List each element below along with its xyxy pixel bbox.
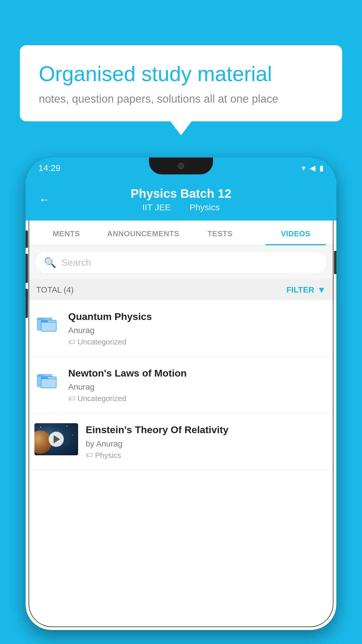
- filter-funnel-icon: ▼: [317, 285, 326, 295]
- video-author: Anurag: [68, 326, 328, 335]
- back-button[interactable]: ←: [38, 192, 51, 206]
- play-triangle-icon: [54, 435, 60, 443]
- video-info: Einstein's Theory Of Relativity by Anura…: [86, 423, 328, 460]
- search-icon: 🔍: [44, 257, 56, 268]
- speech-bubble-section: Organised study material notes, question…: [20, 45, 342, 121]
- list-item[interactable]: Einstein's Theory Of Relativity by Anura…: [26, 413, 336, 470]
- app-header: ← Physics Batch 12 IIT JEE Physics: [26, 178, 336, 220]
- signal-icon: ◀: [310, 164, 315, 173]
- phone-power-button: [334, 251, 336, 274]
- search-placeholder: Search: [61, 257, 91, 268]
- tab-announcements[interactable]: ANNOUNCEMENTS: [104, 220, 182, 245]
- phone-silent-button: [26, 289, 28, 318]
- tag-label: Uncategorized: [78, 394, 126, 403]
- tag-icon: 🏷: [68, 338, 75, 346]
- video-info: Quantum Physics Anurag 🏷 Uncategorized: [68, 310, 328, 346]
- phone-volume-down-button: [26, 254, 28, 283]
- status-bar: 14:29 ▾ ◀ ▮: [26, 158, 336, 178]
- video-title: Einstein's Theory Of Relativity: [86, 423, 328, 436]
- status-icons: ▾ ◀ ▮: [302, 164, 324, 173]
- tab-tests[interactable]: TESTS: [182, 220, 258, 245]
- total-count: TOTAL (4): [36, 285, 74, 295]
- tab-videos[interactable]: VIDEOS: [258, 220, 333, 245]
- tag-label: Uncategorized: [78, 337, 126, 346]
- header-subtitle-part2: Physics: [189, 202, 219, 212]
- tag-icon: 🏷: [68, 395, 75, 403]
- battery-icon: ▮: [319, 164, 324, 173]
- list-item[interactable]: Quantum Physics Anurag 🏷 Uncategorized: [26, 300, 336, 357]
- bubble-title: Organised study material: [39, 61, 323, 86]
- header-subtitle: IIT JEE Physics: [138, 202, 224, 212]
- search-bar[interactable]: 🔍 Search: [34, 251, 328, 274]
- video-tag: 🏷 Uncategorized: [68, 394, 328, 403]
- video-title: Quantum Physics: [68, 310, 328, 323]
- wifi-icon: ▾: [302, 164, 305, 173]
- filter-bar: TOTAL (4) FILTER ▼: [26, 280, 336, 300]
- bubble-subtitle: notes, question papers, solutions all at…: [39, 93, 323, 105]
- filter-label: FILTER: [286, 285, 314, 295]
- video-tag: 🏷 Physics: [86, 451, 328, 460]
- folder-icon: [34, 367, 61, 393]
- tag-icon: 🏷: [86, 451, 93, 459]
- phone-notch: [149, 158, 213, 174]
- header-subtitle-part1: IIT JEE: [142, 202, 171, 212]
- status-time: 14:29: [38, 163, 60, 173]
- play-button[interactable]: [49, 432, 64, 447]
- star: [66, 426, 67, 426]
- video-thumbnail: [34, 423, 78, 455]
- phone-frame: 14:29 ▾ ◀ ▮ ← Physics Batch 12 IIT JEE P…: [26, 158, 336, 630]
- star: [58, 430, 58, 431]
- filter-button[interactable]: FILTER ▼: [286, 285, 326, 295]
- phone-volume-up-button: [26, 230, 28, 248]
- header-title: Physics Batch 12: [131, 187, 231, 201]
- video-list: Quantum Physics Anurag 🏷 Uncategorized: [26, 300, 336, 470]
- video-info: Newton's Laws of Motion Anurag 🏷 Uncateg…: [68, 367, 328, 403]
- search-section: 🔍 Search: [26, 245, 336, 280]
- star: [72, 435, 73, 435]
- list-item[interactable]: Newton's Laws of Motion Anurag 🏷 Uncateg…: [26, 357, 336, 413]
- video-title: Newton's Laws of Motion: [68, 367, 328, 379]
- tab-bar: MENTS ANNOUNCEMENTS TESTS VIDEOS: [26, 220, 336, 245]
- video-author: Anurag: [68, 382, 328, 392]
- video-author: by Anurag: [86, 439, 328, 449]
- tag-label: Physics: [95, 451, 121, 460]
- front-camera: [178, 163, 184, 169]
- star: [40, 427, 41, 428]
- folder-icon: [34, 310, 61, 336]
- phone-screen: ← Physics Batch 12 IIT JEE Physics MENTS…: [26, 178, 336, 630]
- speech-bubble: Organised study material notes, question…: [20, 45, 342, 121]
- video-tag: 🏷 Uncategorized: [68, 337, 328, 346]
- tab-ments[interactable]: MENTS: [29, 220, 104, 245]
